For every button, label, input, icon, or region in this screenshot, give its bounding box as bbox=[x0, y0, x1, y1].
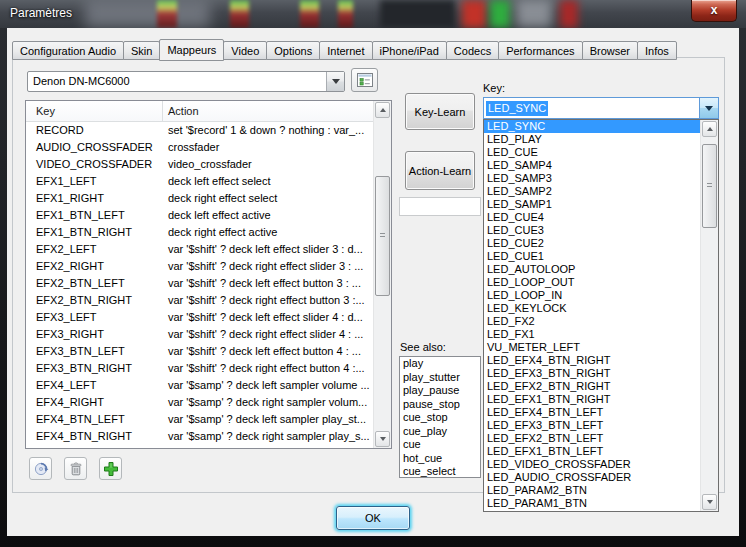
scrollbar-thumb[interactable] bbox=[375, 176, 390, 296]
table-row[interactable]: EFX2_BTN_RIGHT var '$shift' ? deck right… bbox=[26, 292, 374, 309]
row-action: var '$shift' ? deck left effect slider 3… bbox=[163, 241, 374, 258]
dropdown-option[interactable]: LED_PARAM2_BTN bbox=[484, 484, 701, 497]
dropdown-option[interactable]: LED_VIDEO_CROSSFADER bbox=[484, 458, 701, 471]
dropdown-option[interactable]: LED_EFX3_BTN_RIGHT bbox=[484, 367, 701, 380]
scroll-down-icon[interactable] bbox=[375, 431, 390, 447]
dropdown-option[interactable]: LED_EFX2_BTN_LEFT bbox=[484, 432, 701, 445]
device-select[interactable]: Denon DN-MC6000 bbox=[27, 71, 345, 92]
action-learn-button[interactable]: Action-Learn bbox=[405, 151, 475, 190]
table-row[interactable]: EFX3_BTN_RIGHT var '$shift' ? deck right… bbox=[26, 360, 374, 377]
see-also-item[interactable]: cue_stop bbox=[400, 411, 480, 425]
tab[interactable]: iPhone/iPad bbox=[372, 41, 447, 60]
dropdown-option[interactable]: LED_EFX1_BTN_LEFT bbox=[484, 445, 701, 458]
dropdown-option[interactable]: LED_CUE2 bbox=[484, 237, 701, 250]
ok-button[interactable]: OK bbox=[336, 506, 410, 530]
tab[interactable]: Codecs bbox=[446, 41, 499, 60]
see-also-item[interactable]: play bbox=[400, 357, 480, 371]
dropdown-option[interactable]: LED_FX2 bbox=[484, 315, 701, 328]
tab[interactable]: Internet bbox=[319, 41, 372, 60]
dropdown-option[interactable]: LED_LOOP_IN bbox=[484, 289, 701, 302]
reset-mapping-button[interactable] bbox=[29, 457, 52, 480]
dropdown-option[interactable]: LED_AUTOLOOP bbox=[484, 263, 701, 276]
tab[interactable]: Skin bbox=[123, 41, 160, 60]
table-row[interactable]: AUDIO_CROSSFADER crossfader bbox=[26, 139, 374, 156]
mapping-table-header[interactable]: Key Action bbox=[26, 101, 391, 122]
tab[interactable]: Video bbox=[223, 41, 267, 60]
scrollbar-thumb[interactable] bbox=[702, 144, 717, 228]
dropdown-option[interactable]: LED_CUE3 bbox=[484, 224, 701, 237]
dropdown-option[interactable]: LED_EFX1_BTN_RIGHT bbox=[484, 393, 701, 406]
row-action: var '$shift' ? deck left effect button 3… bbox=[163, 275, 374, 292]
dropdown-option[interactable]: LED_EFX2_BTN_RIGHT bbox=[484, 380, 701, 393]
tab[interactable]: Browser bbox=[582, 41, 638, 60]
dropdown-option[interactable]: LED_FX1 bbox=[484, 328, 701, 341]
dropdown-option[interactable]: LED_LOOP_OUT bbox=[484, 276, 701, 289]
scroll-up-icon[interactable] bbox=[702, 121, 717, 137]
delete-mapping-button[interactable] bbox=[64, 457, 87, 480]
table-row[interactable]: EFX4_LEFT var '$samp' ? deck left sample… bbox=[26, 377, 374, 394]
dropdown-option[interactable]: VU_METER_LEFT bbox=[484, 341, 701, 354]
table-row[interactable]: EFX2_RIGHT var '$shift' ? deck right eff… bbox=[26, 258, 374, 275]
dropdown-option[interactable]: LED_SAMP3 bbox=[484, 172, 701, 185]
dropdown-option[interactable]: LED_SAMP2 bbox=[484, 185, 701, 198]
see-also-item[interactable]: play_stutter bbox=[400, 371, 480, 385]
row-action: video_crossfader bbox=[163, 156, 374, 173]
see-also-item[interactable]: cue bbox=[400, 438, 480, 452]
table-row[interactable]: EFX1_LEFT deck left effect select bbox=[26, 173, 374, 190]
table-row[interactable]: EFX1_BTN_RIGHT deck right effect active bbox=[26, 224, 374, 241]
key-combo[interactable]: LED_SYNC bbox=[483, 97, 719, 119]
title-bar[interactable]: Paramètres bbox=[0, 0, 746, 28]
table-row[interactable]: EFX2_LEFT var '$shift' ? deck left effec… bbox=[26, 241, 374, 258]
dropdown-option[interactable]: LED_EFX3_BTN_LEFT bbox=[484, 419, 701, 432]
table-row[interactable]: EFX4_BTN_RIGHT var '$samp' ? deck right … bbox=[26, 428, 374, 445]
tab[interactable]: Infos bbox=[637, 41, 677, 60]
table-row[interactable]: RECORD set '$record' 1 & down ? nothing … bbox=[26, 122, 374, 139]
dropdown-option[interactable]: LED_SAMP4 bbox=[484, 159, 701, 172]
dropdown-option[interactable]: LED_CUE4 bbox=[484, 211, 701, 224]
close-button[interactable]: x bbox=[691, 0, 737, 22]
dropdown-option[interactable]: LED_CUE bbox=[484, 146, 701, 159]
dropdown-option[interactable]: LED_PLAY bbox=[484, 133, 701, 146]
dropdown-option[interactable]: LED_KEYLOCK bbox=[484, 302, 701, 315]
key-combo-dropdown-button[interactable] bbox=[699, 98, 718, 118]
scroll-down-icon[interactable] bbox=[702, 494, 717, 510]
action-input[interactable] bbox=[399, 197, 481, 216]
table-row[interactable]: EFX3_RIGHT var '$shift' ? deck right eff… bbox=[26, 326, 374, 343]
mapper-options-button[interactable] bbox=[351, 68, 378, 92]
tab[interactable]: Configuration Audio bbox=[12, 41, 124, 60]
tab[interactable]: Options bbox=[266, 41, 320, 60]
table-row[interactable]: VIDEO_CROSSFADER video_crossfader bbox=[26, 156, 374, 173]
dropdown-option[interactable]: LED_EFX4_BTN_RIGHT bbox=[484, 354, 701, 367]
table-row[interactable]: EFX3_LEFT var '$shift' ? deck left effec… bbox=[26, 309, 374, 326]
column-header-action[interactable]: Action bbox=[163, 101, 391, 121]
dropdown-option[interactable]: LED_EFX4_BTN_LEFT bbox=[484, 406, 701, 419]
table-row[interactable]: EFX3_BTN_LEFT var '$shift' ? deck left e… bbox=[26, 343, 374, 360]
table-row[interactable]: EFX4_RIGHT var '$samp' ? deck right samp… bbox=[26, 394, 374, 411]
table-scrollbar[interactable] bbox=[373, 101, 391, 448]
dropdown-option[interactable]: LED_PARAM1_BTN bbox=[484, 497, 701, 510]
tab-strip: Configuration AudioSkinMappeursVideoOpti… bbox=[12, 39, 676, 60]
tab[interactable]: Performances bbox=[498, 41, 582, 60]
mapping-table: Key Action RECORD set '$record' 1 & down… bbox=[25, 100, 392, 449]
dropdown-option[interactable]: LED_SAMP1 bbox=[484, 198, 701, 211]
tab[interactable]: Mappeurs bbox=[159, 39, 224, 61]
see-also-item[interactable]: cue_play bbox=[400, 425, 480, 439]
scroll-up-icon[interactable] bbox=[375, 102, 390, 118]
dropdown-option[interactable]: LED_CUE1 bbox=[484, 250, 701, 263]
dropdown-scrollbar[interactable] bbox=[700, 120, 718, 511]
table-row[interactable]: EFX4_BTN_LEFT var '$samp' ? deck left sa… bbox=[26, 411, 374, 428]
dropdown-option[interactable]: LED_AUDIO_CROSSFADER bbox=[484, 471, 701, 484]
dropdown-option[interactable]: LED_SYNC bbox=[484, 120, 701, 133]
device-select-dropdown-button[interactable] bbox=[326, 72, 344, 91]
column-header-key[interactable]: Key bbox=[26, 101, 163, 121]
add-mapping-button[interactable] bbox=[99, 457, 122, 480]
table-row[interactable]: EFX1_BTN_LEFT deck left effect active bbox=[26, 207, 374, 224]
see-also-item[interactable]: play_pause bbox=[400, 384, 480, 398]
see-also-item[interactable]: pause_stop bbox=[400, 398, 480, 412]
see-also-item[interactable]: hot_cue bbox=[400, 452, 480, 466]
row-key: EFX4_LEFT bbox=[26, 377, 163, 394]
table-row[interactable]: EFX1_RIGHT deck right effect select bbox=[26, 190, 374, 207]
table-row[interactable]: EFX2_BTN_LEFT var '$shift' ? deck left e… bbox=[26, 275, 374, 292]
key-learn-button[interactable]: Key-Learn bbox=[405, 93, 475, 130]
see-also-item[interactable]: cue_select bbox=[400, 465, 480, 478]
